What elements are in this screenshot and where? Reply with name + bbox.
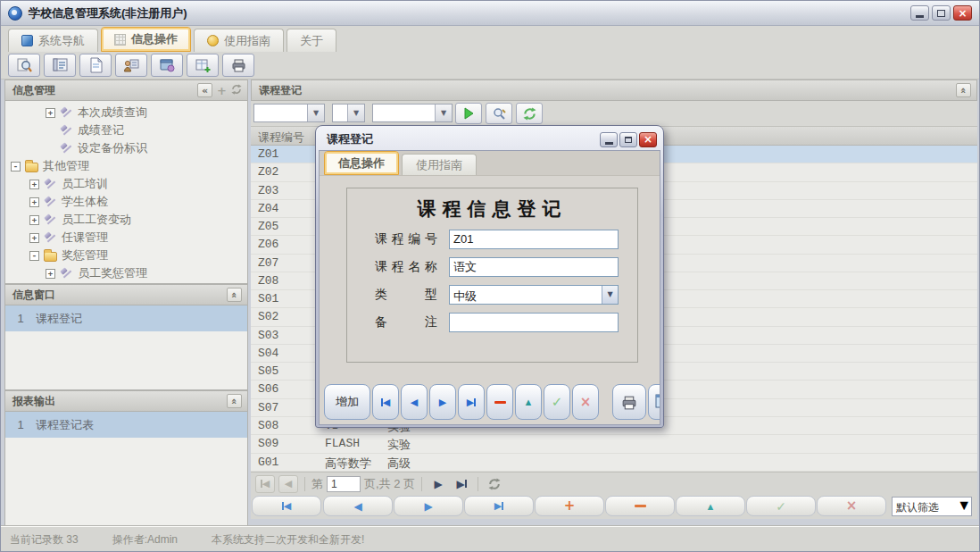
- advanced-filter-button[interactable]: [486, 103, 512, 124]
- course-code-input[interactable]: [449, 230, 619, 249]
- filter-field-select[interactable]: ▼: [253, 104, 325, 122]
- tree-item[interactable]: +员工培训: [5, 175, 247, 193]
- chevron-down-icon[interactable]: ▼: [602, 286, 618, 304]
- dialog-cancel-button[interactable]: ×: [572, 384, 599, 420]
- expand-icon[interactable]: +: [29, 233, 39, 243]
- expand-icon[interactable]: +: [29, 197, 39, 207]
- dialog-edit-button[interactable]: ▲: [515, 384, 542, 420]
- course-name-input[interactable]: [449, 257, 619, 277]
- cell-code: Z03: [251, 182, 318, 199]
- column-header-code[interactable]: 课程编号: [251, 127, 318, 145]
- filter-value-select[interactable]: ▼: [372, 104, 453, 122]
- close-button[interactable]: ×: [953, 5, 972, 21]
- record-prev-button[interactable]: ◀: [323, 496, 393, 516]
- record-delete-button[interactable]: [605, 496, 675, 516]
- record-confirm-button[interactable]: ✓: [746, 496, 816, 516]
- user-management-button[interactable]: [115, 54, 147, 77]
- record-cancel-button[interactable]: ×: [817, 496, 886, 516]
- tab-label: 使用指南: [224, 33, 270, 49]
- expand-icon[interactable]: +: [46, 108, 55, 118]
- dialog-close-button[interactable]: ×: [639, 132, 657, 147]
- prev-page-button[interactable]: ◀: [278, 475, 298, 493]
- tree-item[interactable]: +学生体检: [5, 193, 247, 211]
- table-row[interactable]: S09FLASH实验: [251, 435, 977, 453]
- tree-item[interactable]: +员工奖惩管理: [5, 264, 247, 282]
- dialog-last-button[interactable]: ▶: [458, 384, 485, 420]
- filter-row: ▼ ▼ ▼: [251, 101, 977, 126]
- form-view-button[interactable]: [44, 54, 76, 77]
- collapse-left-button[interactable]: «: [197, 83, 212, 97]
- tree-item[interactable]: +员工工资变动: [5, 211, 247, 229]
- record-first-button[interactable]: ◀: [252, 496, 321, 516]
- reload-button[interactable]: [485, 475, 504, 493]
- table-export-button[interactable]: [187, 54, 219, 77]
- close-icon: ×: [644, 134, 652, 145]
- next-page-button[interactable]: ▶: [428, 475, 448, 493]
- printer-button[interactable]: [222, 54, 254, 77]
- restore-button[interactable]: [932, 5, 951, 21]
- tree-item[interactable]: -其他管理: [5, 157, 247, 175]
- collapse-up-button[interactable]: «: [956, 83, 971, 97]
- collapse-icon[interactable]: -: [11, 162, 21, 171]
- run-filter-button[interactable]: [455, 103, 482, 124]
- tree-item[interactable]: 成绩登记: [5, 121, 247, 139]
- tab-system-nav[interactable]: 系统导航: [8, 29, 98, 52]
- dialog-minimize-button[interactable]: [600, 132, 618, 147]
- tool-icon: [60, 142, 73, 155]
- chevron-down-icon[interactable]: ▼: [307, 105, 324, 121]
- tree-item[interactable]: +任课管理: [5, 229, 247, 247]
- collapse-up-button[interactable]: «: [227, 288, 242, 302]
- first-page-button[interactable]: ◀: [255, 475, 275, 493]
- record-last-button[interactable]: ▶: [464, 496, 534, 516]
- dialog-confirm-button[interactable]: ✓: [544, 384, 570, 420]
- record-next-button[interactable]: ▶: [394, 496, 463, 516]
- dialog-maximize-button[interactable]: [619, 132, 637, 147]
- filter-operator-select[interactable]: ▼: [332, 104, 365, 122]
- table-row[interactable]: G01高等数学高级: [251, 454, 977, 472]
- chevron-down-icon[interactable]: ▼: [435, 105, 452, 121]
- dialog-tab-info-operation[interactable]: 信息操作: [324, 151, 399, 175]
- chevron-down-icon[interactable]: ▼: [957, 498, 971, 515]
- dialog-next-button[interactable]: ▶: [429, 384, 456, 420]
- record-add-button[interactable]: +: [535, 496, 604, 516]
- last-page-button[interactable]: ▶: [452, 475, 471, 493]
- add-icon[interactable]: +: [217, 85, 227, 96]
- cell-code: Z08: [251, 272, 318, 289]
- pager: ◀ ◀ 第 页,共 2 页 ▶ ▶: [251, 472, 977, 495]
- chevron-down-icon[interactable]: ▼: [347, 105, 364, 121]
- add-record-button[interactable]: 增加: [324, 384, 370, 420]
- window-list-item[interactable]: 1 课程登记: [5, 305, 247, 331]
- expand-icon[interactable]: +: [29, 215, 39, 225]
- dialog-prev-button[interactable]: ◀: [401, 384, 428, 420]
- plus-icon: +: [564, 499, 576, 513]
- report-list-item[interactable]: 1 课程登记表: [5, 412, 247, 438]
- dialog-first-button[interactable]: ◀: [372, 384, 399, 420]
- tree-item[interactable]: +本次成绩查询: [5, 104, 247, 121]
- collapse-icon[interactable]: -: [29, 251, 39, 261]
- refresh-button[interactable]: [516, 103, 543, 124]
- page-number-input[interactable]: [327, 476, 361, 492]
- collapse-up-button[interactable]: «: [227, 394, 242, 408]
- expand-icon[interactable]: +: [46, 269, 55, 279]
- content-panel-header: 课程登记 «: [251, 79, 977, 101]
- tree-item[interactable]: -奖惩管理: [5, 247, 247, 264]
- dialog-tab-user-guide[interactable]: 使用指南: [402, 154, 477, 175]
- remark-input[interactable]: [449, 313, 619, 332]
- window-view-button[interactable]: [151, 54, 183, 77]
- dialog-preview-button[interactable]: [648, 384, 660, 420]
- dialog-print-button[interactable]: [612, 384, 646, 420]
- course-type-select[interactable]: 中级 ▼: [449, 285, 619, 305]
- refresh-icon[interactable]: [231, 84, 242, 96]
- tree-item-label: 奖惩管理: [62, 247, 108, 263]
- search-document-button[interactable]: [8, 54, 40, 77]
- minimize-button[interactable]: [910, 5, 929, 21]
- filter-mode-select[interactable]: 默认筛选 ▼: [892, 497, 972, 516]
- tab-info-operation[interactable]: 信息操作: [101, 27, 191, 52]
- expand-icon[interactable]: +: [29, 180, 39, 189]
- tree-item[interactable]: 设定备份标识: [5, 139, 247, 157]
- tab-about[interactable]: 关于: [287, 29, 336, 52]
- new-document-button[interactable]: [79, 54, 112, 77]
- dialog-delete-button[interactable]: [486, 384, 513, 420]
- record-edit-button[interactable]: ▲: [676, 496, 745, 516]
- tab-user-guide[interactable]: 使用指南: [194, 29, 284, 52]
